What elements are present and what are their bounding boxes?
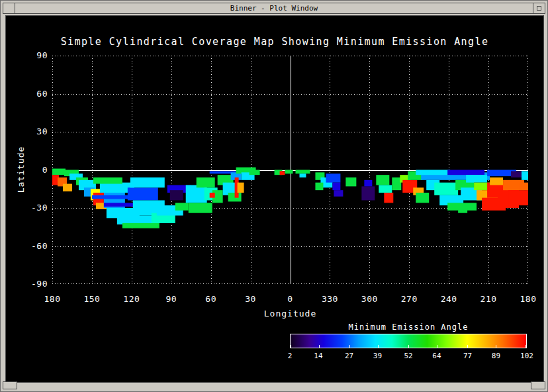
maximize-icon [537,6,541,11]
colorbar-tick-label: 27 [336,352,363,360]
plot-window: Binner - Plot Window Simple Cylindrical … [0,0,548,392]
colorbar-tick-label: 89 [482,352,509,360]
x-axis-label: Longitude [52,309,528,318]
y-tick-label: 90 [16,50,48,60]
colorbar-notch [319,345,320,348]
coverage-map-canvas [52,56,528,284]
x-tick-label: 240 [433,294,465,304]
colorbar-notch [349,345,350,348]
colorbar [290,334,527,348]
colorbar-notch [467,345,468,348]
colorbar-tick-label: 14 [305,352,332,360]
x-tick-label: 330 [314,294,345,304]
window-maximize-button[interactable] [533,3,545,14]
y-tick-label: -60 [16,241,48,251]
plot-canvas-area: Simple Cylindrical Coverage Map Showing … [5,15,544,383]
colorbar-notch [291,345,291,348]
resize-grip-bottom-left[interactable] [3,381,17,389]
x-tick-label: 30 [235,294,267,304]
window-title: Binner - Plot Window [15,3,533,14]
plot-title: Simple Cylindrical Coverage Map Showing … [6,36,543,48]
y-tick-label: 60 [16,89,48,99]
x-tick-label: 180 [36,294,68,304]
x-tick-label: 120 [116,294,148,304]
resize-grip-bottom-right[interactable] [531,381,545,389]
colorbar-notch [496,345,496,348]
window-menu-button[interactable] [3,3,15,14]
x-tick-label: 60 [195,294,227,304]
colorbar-notch [525,345,526,348]
colorbar-tick-label: 102 [514,352,540,360]
x-tick-label: 270 [393,294,425,304]
x-tick-label: 150 [76,294,108,304]
x-tick-label: 0 [275,294,306,304]
colorbar-tick-label: 39 [364,352,390,360]
colorbar-title: Minimum Emission Angle [290,322,527,332]
colorbar-notch [437,345,437,348]
colorbar-tick-label: 77 [455,352,481,360]
colorbar-tick-label: 52 [395,352,422,360]
colorbar-tick-label: 64 [424,352,450,360]
y-tick-label: 0 [16,165,48,175]
x-tick-label: 300 [353,294,385,304]
x-tick-label: 180 [512,294,544,304]
x-tick-label: 210 [473,294,504,304]
y-tick-label: -90 [16,279,48,289]
colorbar-notch [408,345,409,348]
colorbar-tick-label: 2 [277,352,303,360]
y-tick-label: 30 [16,126,48,136]
y-tick-label: -30 [16,203,48,213]
colorbar-notch [378,345,379,348]
window-titlebar[interactable]: Binner - Plot Window [3,3,545,14]
x-tick-label: 90 [156,294,187,304]
